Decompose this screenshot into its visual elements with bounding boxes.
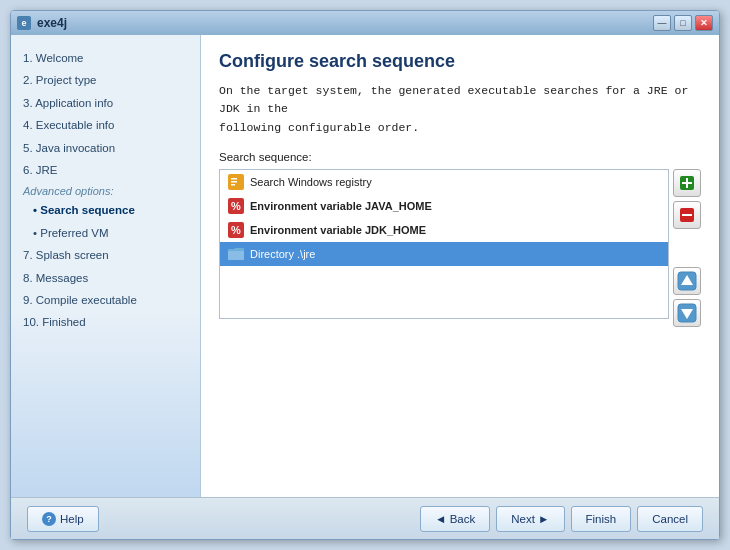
- cancel-label: Cancel: [652, 513, 688, 525]
- next-button[interactable]: Next ►: [496, 506, 564, 532]
- content-area: 1. Welcome 2. Project type 3. Applicatio…: [11, 35, 719, 497]
- finish-button[interactable]: Finish: [571, 506, 632, 532]
- description-line2: following configurable order.: [219, 121, 419, 134]
- svg-rect-3: [231, 184, 235, 186]
- sidebar-item-messages[interactable]: 8. Messages: [19, 267, 192, 289]
- title-buttons: — □ ✕: [653, 15, 713, 31]
- side-action-buttons: [673, 169, 701, 327]
- advanced-options-label: Advanced options:: [19, 181, 192, 199]
- help-button[interactable]: ? Help: [27, 506, 99, 532]
- sidebar-item-finished[interactable]: 10. Finished: [19, 311, 192, 333]
- add-button[interactable]: [673, 169, 701, 197]
- section-label: Search sequence:: [219, 151, 701, 163]
- list-item-java-home[interactable]: % Environment variable JAVA_HOME: [220, 194, 668, 218]
- next-label: Next ►: [511, 513, 549, 525]
- list-item-registry[interactable]: Search Windows registry: [220, 170, 668, 194]
- sidebar-item-java-invocation[interactable]: 5. Java invocation: [19, 137, 192, 159]
- svg-rect-8: [682, 214, 692, 216]
- back-button[interactable]: ◄ Back: [420, 506, 490, 532]
- maximize-button[interactable]: □: [674, 15, 692, 31]
- sidebar-item-splash-screen[interactable]: 7. Splash screen: [19, 244, 192, 266]
- title-bar: e exe4j — □ ✕: [11, 11, 719, 35]
- title-bar-text: e exe4j: [17, 16, 67, 30]
- footer-right: ◄ Back Next ► Finish Cancel: [420, 506, 703, 532]
- svg-rect-6: [682, 182, 692, 184]
- footer: ? Help ◄ Back Next ► Finish Cancel: [11, 497, 719, 539]
- footer-left: ? Help: [27, 506, 99, 532]
- folder-icon: [228, 246, 244, 262]
- list-item-java-home-text: Environment variable JAVA_HOME: [250, 200, 432, 212]
- list-item-directory-text: Directory .\jre: [250, 248, 315, 260]
- list-item-registry-text: Search Windows registry: [250, 176, 372, 188]
- finish-label: Finish: [586, 513, 617, 525]
- svg-rect-1: [231, 178, 237, 180]
- minimize-button[interactable]: —: [653, 15, 671, 31]
- sidebar: 1. Welcome 2. Project type 3. Applicatio…: [11, 35, 201, 497]
- move-up-button[interactable]: [673, 267, 701, 295]
- list-item-directory[interactable]: Directory .\jre: [220, 242, 668, 266]
- move-down-button[interactable]: [673, 299, 701, 327]
- main-title: Configure search sequence: [219, 51, 701, 72]
- help-icon: ?: [42, 512, 56, 526]
- list-item-jdk-home[interactable]: % Environment variable JDK_HOME: [220, 218, 668, 242]
- sidebar-item-search-sequence[interactable]: • Search sequence: [19, 199, 192, 221]
- cancel-button[interactable]: Cancel: [637, 506, 703, 532]
- window-title: exe4j: [37, 16, 67, 30]
- sidebar-item-compile-executable[interactable]: 9. Compile executable: [19, 289, 192, 311]
- app-icon: e: [17, 16, 31, 30]
- main-window: e exe4j — □ ✕ 1. Welcome 2. Project type…: [10, 10, 720, 540]
- sidebar-item-jre[interactable]: 6. JRE: [19, 159, 192, 181]
- percent-icon-jdk: %: [228, 222, 244, 238]
- description-line1: On the target system, the generated exec…: [219, 84, 688, 115]
- sidebar-item-executable-info[interactable]: 4. Executable info: [19, 114, 192, 136]
- registry-icon: [228, 174, 244, 190]
- percent-icon-java: %: [228, 198, 244, 214]
- search-sequence-list[interactable]: Search Windows registry % Environment va…: [219, 169, 669, 319]
- list-section: Search Windows registry % Environment va…: [219, 169, 701, 327]
- sidebar-item-project-type[interactable]: 2. Project type: [19, 69, 192, 91]
- sidebar-item-app-info[interactable]: 3. Application info: [19, 92, 192, 114]
- main-description: On the target system, the generated exec…: [219, 82, 701, 137]
- sidebar-item-preferred-vm[interactable]: • Preferred VM: [19, 222, 192, 244]
- search-list-wrapper: Search Windows registry % Environment va…: [219, 169, 669, 327]
- remove-button[interactable]: [673, 201, 701, 229]
- sidebar-item-welcome[interactable]: 1. Welcome: [19, 47, 192, 69]
- main-panel: Configure search sequence On the target …: [201, 35, 719, 497]
- close-button[interactable]: ✕: [695, 15, 713, 31]
- list-item-jdk-home-text: Environment variable JDK_HOME: [250, 224, 426, 236]
- svg-rect-2: [231, 181, 237, 183]
- help-label: Help: [60, 513, 84, 525]
- back-label: ◄ Back: [435, 513, 475, 525]
